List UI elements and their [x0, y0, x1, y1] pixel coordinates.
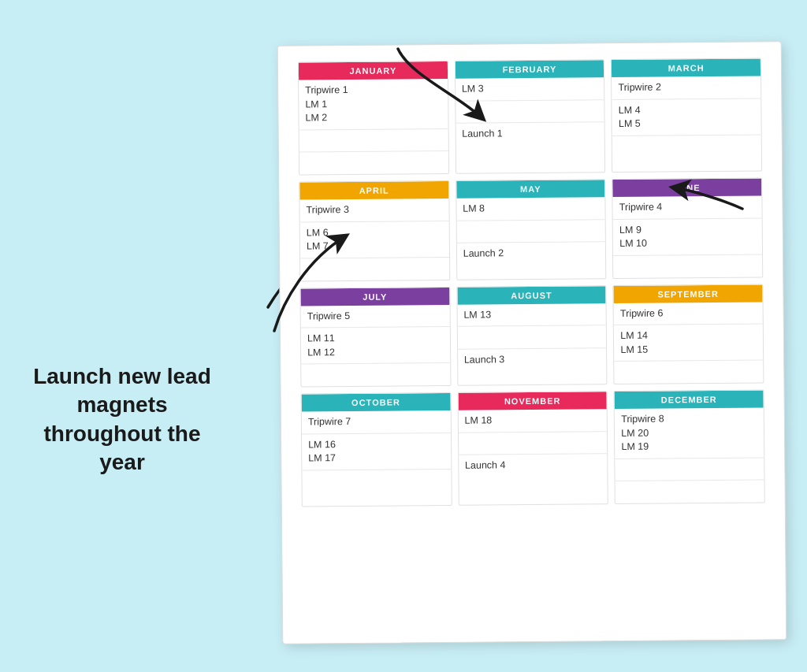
month-row [457, 325, 606, 349]
month-row [456, 100, 604, 124]
month-header-july: JULY [300, 287, 449, 306]
month-row: LM 13 [457, 303, 606, 327]
calendar-paper: JANUARYTripwire 1LM 1LM 2 FEBRUARYLM 3 L… [277, 41, 787, 644]
month-block-october: OCTOBERTripwire 7LM 16LM 17 [301, 392, 452, 507]
month-block-march: MARCHTripwire 2LM 4LM 5 [611, 58, 762, 173]
month-row: LM 11LM 12 [301, 327, 450, 365]
month-header-august: AUGUST [457, 286, 606, 305]
month-row: Tripwire 4 [613, 195, 762, 219]
month-block-april: APRILTripwire 3LM 6LM 7 [299, 180, 450, 281]
month-row [459, 432, 608, 455]
month-row: Tripwire 2 [612, 76, 761, 99]
promo-text: Launch new lead magnets throughout the y… [24, 362, 221, 477]
month-row: LM 9LM 10 [613, 218, 762, 256]
month-row: LM 3 [456, 77, 604, 101]
month-row: Launch 4 [459, 454, 608, 477]
month-row [299, 151, 448, 175]
month-block-august: AUGUSTLM 13 Launch 3 [456, 285, 608, 386]
month-header-october: OCTOBER [302, 393, 451, 412]
month-row [456, 220, 605, 243]
month-header-january: JANUARY [299, 61, 448, 80]
month-row: Tripwire 1LM 1LM 2 [299, 79, 448, 130]
month-row: LM 6LM 7 [300, 221, 449, 258]
month-block-january: JANUARYTripwire 1LM 1LM 2 [298, 61, 449, 176]
month-row: Launch 1 [456, 122, 604, 146]
month-block-may: MAYLM 8 Launch 2 [456, 179, 607, 280]
month-row: Tripwire 6 [614, 302, 763, 325]
month-header-december: DECEMBER [615, 390, 764, 409]
month-header-june: JUNE [613, 178, 762, 197]
month-row: LM 18 [458, 409, 607, 433]
month-row [615, 458, 764, 481]
month-row [612, 135, 761, 158]
month-row [301, 363, 450, 387]
month-block-december: DECEMBERTripwire 8LM 20LM 19 [614, 389, 765, 504]
month-row [615, 360, 764, 384]
month-block-february: FEBRUARYLM 3 Launch 1 [455, 59, 606, 174]
month-row [300, 257, 449, 280]
month-header-march: MARCH [612, 58, 761, 77]
month-row: LM 8 [456, 197, 605, 221]
month-row: Tripwire 7 [302, 410, 451, 434]
month-row: Tripwire 3 [299, 199, 448, 222]
month-row: LM 14LM 15 [614, 324, 763, 362]
month-header-february: FEBRUARY [456, 60, 604, 79]
month-header-april: APRIL [299, 181, 448, 200]
month-row [299, 128, 448, 152]
month-row [615, 480, 764, 503]
month-row: LM 4LM 5 [612, 98, 761, 136]
month-row: Launch 2 [457, 242, 606, 265]
month-header-november: NOVEMBER [458, 392, 607, 410]
month-block-september: SEPTEMBERTripwire 6LM 14LM 15 [613, 284, 764, 384]
month-block-november: NOVEMBERLM 18 Launch 4 [457, 391, 608, 506]
month-row [302, 469, 451, 492]
month-row: Tripwire 5 [301, 304, 450, 328]
month-block-july: JULYTripwire 5LM 11LM 12 [299, 286, 451, 387]
month-header-may: MAY [456, 180, 605, 199]
month-row [613, 254, 762, 278]
month-row: Launch 3 [458, 348, 607, 372]
month-block-june: JUNETripwire 4LM 9LM 10 [612, 177, 764, 278]
month-row: LM 16LM 17 [302, 433, 451, 470]
month-row: Tripwire 8LM 20LM 19 [615, 407, 764, 459]
calendar-grid: JANUARYTripwire 1LM 1LM 2 FEBRUARYLM 3 L… [298, 58, 765, 507]
month-header-september: SEPTEMBER [614, 284, 763, 303]
